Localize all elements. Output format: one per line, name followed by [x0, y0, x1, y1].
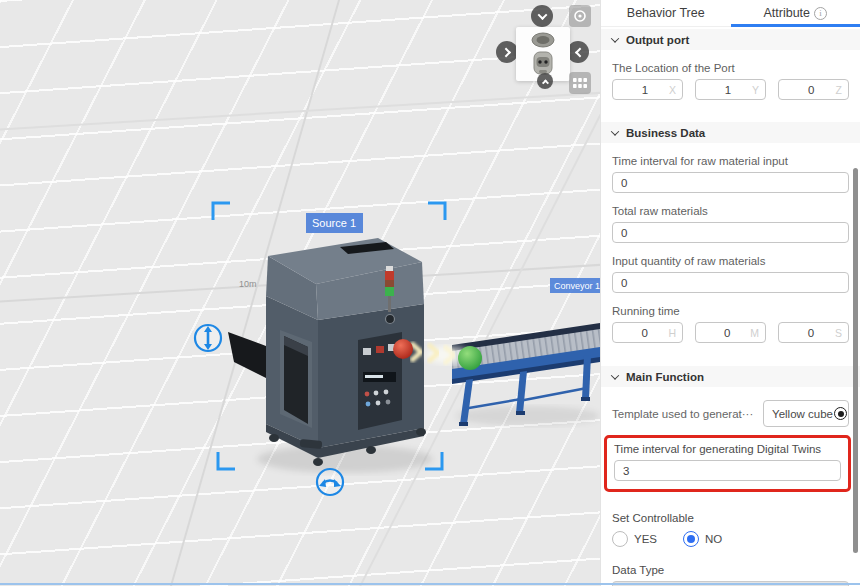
- port-location-label: The Location of the Port: [612, 62, 849, 74]
- controllable-yes-option[interactable]: YES: [612, 531, 657, 547]
- conveyor-shadow: [456, 406, 600, 426]
- section-title: Output port: [626, 34, 689, 46]
- selection-corner-top-right: [428, 203, 445, 220]
- raw-material-interval-input[interactable]: 0: [612, 172, 849, 193]
- rotate-horizontal-gizmo[interactable]: [317, 469, 343, 495]
- no-label: NO: [705, 533, 722, 545]
- port-y-input[interactable]: 1 Y: [695, 79, 766, 100]
- chevron-right-icon: [501, 47, 511, 57]
- bottom-accent-line: [0, 583, 860, 585]
- info-icon[interactable]: i: [814, 7, 827, 20]
- unit-suffix: M: [750, 327, 759, 339]
- port-x-input[interactable]: 1 X: [612, 79, 683, 100]
- tab-attribute-label: Attribute: [763, 6, 810, 20]
- input-quantity-input[interactable]: 0: [612, 272, 849, 293]
- viewport-3d[interactable]: 10m: [0, 0, 600, 586]
- minutes-value: 0: [702, 327, 750, 339]
- grid-scale-label: 10m: [239, 279, 257, 289]
- highlighted-generation-interval: Time interval for generating Digital Twi…: [604, 435, 851, 492]
- move-vertical-gizmo[interactable]: [195, 325, 221, 351]
- chevron-up-icon: [541, 79, 548, 86]
- source-object-label: Source 1: [306, 213, 363, 233]
- axis-suffix: Z: [836, 84, 842, 96]
- port-y-value: 1: [702, 84, 752, 96]
- radio-selected-icon: [834, 407, 847, 420]
- svg-text:Source 1: Source 1: [312, 217, 356, 229]
- svg-text:Conveyor 1: Conveyor 1: [554, 281, 600, 291]
- chevron-left-icon: [574, 47, 584, 57]
- red-sphere-twin[interactable]: [393, 339, 413, 359]
- focus-target-icon: [573, 9, 587, 23]
- set-controllable-label: Set Controllable: [612, 512, 849, 524]
- orbit-up-button[interactable]: [537, 73, 553, 89]
- panel-scrollbar[interactable]: [853, 168, 858, 553]
- chevron-down-icon: [537, 10, 547, 20]
- radio-unchecked-icon: [612, 531, 628, 547]
- tab-attribute[interactable]: Attribute i: [731, 0, 860, 26]
- chevron-down-icon: [611, 34, 619, 42]
- axis-suffix: Y: [752, 84, 759, 96]
- running-time-seconds-input[interactable]: 0 S: [778, 322, 849, 343]
- orbit-down-button[interactable]: [531, 5, 553, 27]
- radio-checked-icon: [683, 531, 699, 547]
- data-type-label: Data Type: [612, 564, 849, 576]
- conveyor-object-label: Conveyor 1: [550, 278, 600, 293]
- grid-icon: [573, 78, 587, 88]
- axis-suffix: X: [669, 84, 676, 96]
- unit-suffix: H: [668, 327, 676, 339]
- generation-interval-input[interactable]: 3: [614, 460, 841, 481]
- tab-behavior-tree-label: Behavior Tree: [627, 6, 705, 20]
- section-business-data[interactable]: Business Data: [601, 122, 860, 143]
- port-z-value: 0: [785, 84, 836, 96]
- section-output-port[interactable]: Output port: [601, 29, 860, 50]
- port-x-value: 1: [619, 84, 669, 96]
- chevron-down-icon: [611, 127, 619, 135]
- generation-interval-label: Time interval for generating Digital Twi…: [614, 443, 841, 455]
- attribute-panel: Behavior Tree Attribute i Output port Th…: [600, 0, 860, 586]
- generation-interval-value: 3: [621, 465, 834, 477]
- running-time-minutes-input[interactable]: 0 M: [695, 322, 766, 343]
- template-select-button[interactable]: Yellow cube: [763, 400, 849, 427]
- port-z-input[interactable]: 0 Z: [778, 79, 849, 100]
- total-raw-materials-input[interactable]: 0: [612, 222, 849, 243]
- focus-target-button[interactable]: [569, 5, 591, 27]
- scene-canvas: 10m: [0, 0, 600, 586]
- field-value: 0: [619, 277, 842, 289]
- field-value: 0: [619, 177, 842, 189]
- orbit-right-button[interactable]: [496, 41, 518, 63]
- seconds-value: 0: [785, 327, 835, 339]
- section-title: Main Function: [626, 371, 704, 383]
- orbit-left-button[interactable]: [567, 41, 589, 63]
- selection-corner-top-left: [213, 203, 230, 220]
- panel-tabs: Behavior Tree Attribute i: [601, 0, 860, 27]
- total-raw-materials-label: Total raw materials: [612, 205, 849, 217]
- raw-material-interval-label: Time interval for raw material input: [612, 155, 849, 167]
- section-title: Business Data: [626, 127, 705, 139]
- app-window: 10m: [0, 0, 860, 586]
- running-time-label: Running time: [612, 305, 849, 317]
- chevron-down-icon: [611, 371, 619, 379]
- grid-view-button[interactable]: [569, 72, 591, 94]
- selection-corner-bottom-left: [218, 452, 235, 469]
- field-value: 0: [619, 227, 842, 239]
- template-value: Yellow cube: [772, 408, 833, 420]
- hours-value: 0: [619, 327, 668, 339]
- template-label: Template used to generat···: [612, 408, 753, 420]
- running-time-hours-input[interactable]: 0 H: [612, 322, 683, 343]
- tab-behavior-tree[interactable]: Behavior Tree: [601, 0, 731, 26]
- input-quantity-label: Input quantity of raw materials: [612, 255, 849, 267]
- green-sphere-twin[interactable]: [458, 346, 482, 370]
- yes-label: YES: [634, 533, 657, 545]
- unit-suffix: S: [835, 327, 842, 339]
- section-main-function[interactable]: Main Function: [601, 366, 860, 387]
- controllable-no-option[interactable]: NO: [683, 531, 722, 547]
